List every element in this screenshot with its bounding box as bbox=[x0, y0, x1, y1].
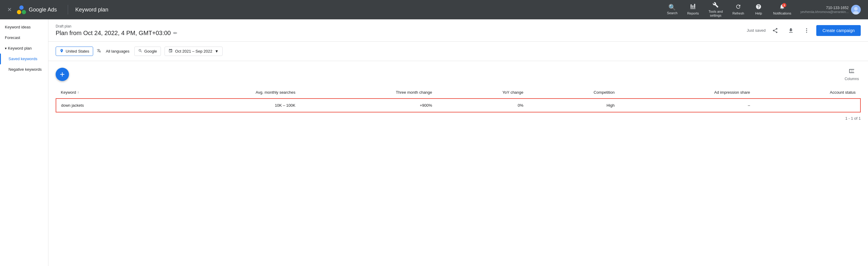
chevron-down-icon: ▾ bbox=[5, 46, 7, 51]
sort-icon: ↑ bbox=[78, 90, 79, 95]
location-filter-label: United States bbox=[66, 49, 89, 54]
keyword-table: Keyword ↑ Avg. monthly searches Three mo… bbox=[56, 87, 861, 112]
col-header-ad-impression-share[interactable]: Ad impression share bbox=[619, 87, 755, 99]
calendar-icon bbox=[168, 49, 173, 54]
tools-nav-button[interactable]: Tools and settings bbox=[704, 0, 727, 19]
notification-badge: 1 bbox=[782, 3, 786, 7]
logo-icon bbox=[17, 5, 26, 14]
profile-info: 710-133-1652 yevheniia.khromova@serankin… bbox=[800, 6, 849, 13]
cell-competition: High bbox=[528, 99, 620, 112]
nav-divider bbox=[68, 5, 68, 14]
language-filter-label[interactable]: All languages bbox=[105, 47, 131, 55]
profile-phone: 710-133-1652 bbox=[826, 6, 849, 10]
nav-actions: 🔍 Search Reports Tools and settings Refr… bbox=[663, 0, 796, 19]
reports-nav-label: Reports bbox=[687, 11, 699, 15]
svg-rect-5 bbox=[694, 4, 695, 8]
col-header-yoy-change[interactable]: YoY change bbox=[437, 87, 528, 99]
cell-yoy-change: 0% bbox=[437, 99, 528, 112]
sidebar-item-saved-keywords[interactable]: Saved keywords bbox=[0, 54, 48, 64]
search-nav-button[interactable]: 🔍 Search bbox=[663, 2, 682, 17]
help-nav-label: Help bbox=[755, 11, 762, 15]
page-title: Keyword plan bbox=[75, 7, 660, 13]
columns-icon bbox=[848, 68, 855, 76]
svg-point-2 bbox=[19, 5, 24, 10]
search-nav-icon: 🔍 bbox=[669, 4, 676, 10]
help-nav-button[interactable]: Help bbox=[749, 2, 768, 17]
plan-header-left: Draft plan Plan from Oct 24, 2022, 4 PM,… bbox=[56, 24, 177, 37]
help-nav-icon bbox=[755, 4, 762, 10]
sidebar-section-keyword-plan[interactable]: ▾ Keyword plan bbox=[0, 43, 48, 54]
svg-point-8 bbox=[854, 7, 858, 10]
cell-account-status bbox=[755, 99, 861, 112]
table-toolbar: + Columns bbox=[56, 61, 861, 85]
col-header-three-month-change[interactable]: Three month change bbox=[300, 87, 437, 99]
search-engine-filter[interactable]: Google bbox=[134, 46, 161, 56]
reports-nav-icon bbox=[690, 4, 696, 10]
sidebar-item-forecast-label: Forecast bbox=[5, 35, 20, 40]
plan-draft-label: Draft plan bbox=[56, 24, 177, 28]
pagination-label: 1 - 1 of 1 bbox=[845, 116, 861, 121]
notifications-nav-button[interactable]: 1 Notifications bbox=[769, 2, 796, 17]
app-layout: Keyword ideas Forecast ▾ Keyword plan Sa… bbox=[0, 19, 868, 266]
date-dropdown-icon: ▼ bbox=[215, 49, 219, 54]
col-header-competition[interactable]: Competition bbox=[528, 87, 620, 99]
svg-point-11 bbox=[806, 30, 807, 31]
cell-keyword: down jackets bbox=[56, 99, 153, 112]
refresh-nav-label: Refresh bbox=[733, 11, 744, 15]
svg-point-0 bbox=[17, 10, 21, 14]
col-header-account-status[interactable]: Account status bbox=[755, 87, 861, 99]
sidebar-item-keyword-ideas[interactable]: Keyword ideas bbox=[0, 22, 48, 32]
profile-menu[interactable]: 710-133-1652 yevheniia.khromova@serankin… bbox=[798, 4, 863, 16]
sidebar-section-keyword-plan-label: Keyword plan bbox=[8, 46, 32, 51]
sidebar-item-negative-keywords-label: Negative keywords bbox=[8, 67, 42, 72]
more-options-button[interactable] bbox=[801, 25, 813, 37]
notifications-nav-label: Notifications bbox=[773, 11, 791, 15]
search-engine-filter-label: Google bbox=[144, 49, 157, 54]
just-saved-status: Just saved bbox=[747, 28, 766, 33]
filters-bar: United States All languages Google Oct 2… bbox=[49, 42, 868, 61]
avatar bbox=[851, 5, 861, 14]
main-content: Draft plan Plan from Oct 24, 2022, 4 PM,… bbox=[49, 19, 868, 266]
svg-rect-6 bbox=[690, 8, 695, 9]
pagination: 1 - 1 of 1 bbox=[56, 112, 861, 124]
svg-point-1 bbox=[22, 10, 26, 14]
cell-avg-monthly-searches: 10K – 100K bbox=[153, 99, 300, 112]
table-area: + Columns Keyword ↑ bbox=[49, 61, 868, 124]
top-navigation: ✕ Google Ads Keyword plan 🔍 Search Repor… bbox=[0, 0, 868, 19]
sidebar-item-saved-keywords-label: Saved keywords bbox=[8, 57, 37, 61]
columns-button[interactable]: Columns bbox=[843, 66, 861, 83]
google-ads-logo: Google Ads bbox=[17, 5, 57, 14]
table-row: down jackets 10K – 100K +900% 0% High – bbox=[56, 99, 861, 112]
edit-plan-title-button[interactable]: ✏ bbox=[173, 30, 177, 36]
search-nav-label: Search bbox=[667, 11, 678, 15]
columns-label: Columns bbox=[845, 77, 859, 81]
date-range-filter[interactable]: Oct 2021 – Sep 2022 ▼ bbox=[164, 46, 223, 56]
download-button[interactable] bbox=[785, 25, 797, 37]
col-header-keyword[interactable]: Keyword ↑ bbox=[56, 87, 153, 99]
profile-email: yevheniia.khromova@serankin... bbox=[800, 10, 849, 13]
cell-ad-impression-share: – bbox=[619, 99, 755, 112]
notifications-nav-icon: 1 bbox=[779, 4, 785, 10]
close-button[interactable]: ✕ bbox=[5, 5, 14, 14]
create-campaign-button[interactable]: Create campaign bbox=[816, 25, 861, 36]
svg-point-12 bbox=[806, 32, 807, 33]
logo-text: Google Ads bbox=[29, 7, 57, 13]
refresh-nav-button[interactable]: Refresh bbox=[728, 2, 748, 17]
sidebar-item-negative-keywords[interactable]: Negative keywords bbox=[0, 64, 48, 75]
share-button[interactable] bbox=[769, 25, 781, 37]
svg-rect-3 bbox=[691, 4, 692, 8]
plan-title-text: Plan from Oct 24, 2022, 4 PM, GMT+03:00 bbox=[56, 30, 171, 37]
sidebar-item-keyword-ideas-label: Keyword ideas bbox=[5, 25, 31, 29]
filter-divider-1 bbox=[97, 49, 101, 54]
tools-nav-label: Tools and settings bbox=[709, 10, 723, 18]
add-keyword-button[interactable]: + bbox=[56, 68, 69, 81]
col-header-avg-monthly-searches[interactable]: Avg. monthly searches bbox=[153, 87, 300, 99]
sidebar: Keyword ideas Forecast ▾ Keyword plan Sa… bbox=[0, 19, 49, 266]
svg-rect-4 bbox=[692, 5, 693, 8]
location-filter[interactable]: United States bbox=[56, 46, 93, 56]
reports-nav-button[interactable]: Reports bbox=[683, 2, 703, 17]
cell-three-month-change: +900% bbox=[300, 99, 437, 112]
plan-header: Draft plan Plan from Oct 24, 2022, 4 PM,… bbox=[49, 19, 868, 42]
plan-title: Plan from Oct 24, 2022, 4 PM, GMT+03:00 … bbox=[56, 30, 177, 37]
sidebar-item-forecast[interactable]: Forecast bbox=[0, 32, 48, 43]
